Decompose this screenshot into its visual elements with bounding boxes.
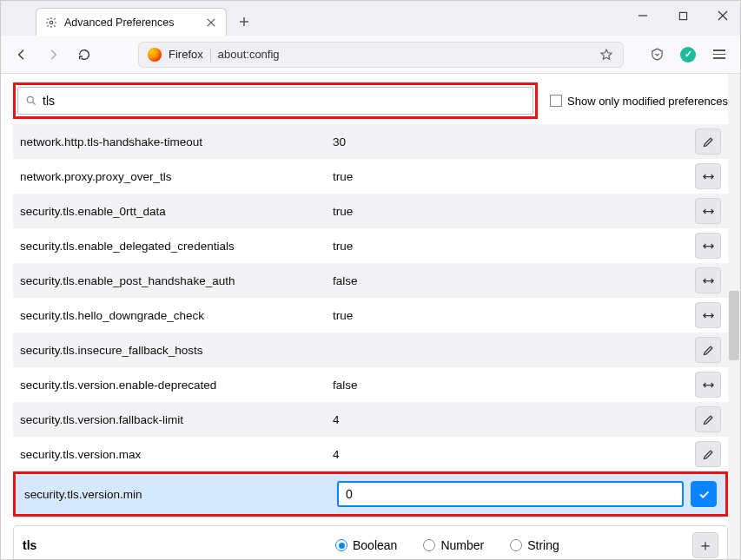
window-maximize[interactable] — [671, 6, 695, 25]
radio-icon — [510, 539, 522, 551]
pref-edit-button[interactable] — [695, 406, 721, 432]
pref-row: security.tls.version.fallback-limit4 — [13, 402, 728, 437]
svg-rect-1 — [679, 12, 686, 19]
nav-toolbar: Firefox about:config ✓ — [1, 36, 740, 74]
forward-button[interactable] — [41, 43, 65, 67]
pref-name: security.tls.enable_delegated_credential… — [20, 240, 333, 253]
show-modified-checkbox[interactable]: Show only modified preferences — [550, 95, 728, 108]
pref-row: security.tls.version.enable-deprecatedfa… — [13, 367, 728, 402]
app-menu-button[interactable] — [707, 43, 731, 67]
pref-edit-button[interactable] — [695, 337, 721, 363]
pref-value: true — [333, 240, 695, 253]
pref-edit-button[interactable] — [695, 441, 721, 467]
radio-icon — [423, 539, 435, 551]
type-radio-number[interactable]: Number — [423, 538, 484, 552]
pref-value: false — [333, 274, 695, 287]
pref-name: security.tls.version.fallback-limit — [20, 413, 333, 426]
radio-icon — [335, 539, 347, 551]
pref-row: security.tls.enable_post_handshake_authf… — [13, 263, 728, 298]
pref-row: security.tls.enable_0rtt_datatrue — [13, 194, 728, 228]
url-separator — [210, 48, 211, 62]
pref-name: security.tls.enable_0rtt_data — [20, 205, 333, 218]
svg-point-2 — [27, 96, 33, 102]
firefox-label: Firefox — [169, 48, 203, 61]
scrollbar-thumb[interactable] — [729, 291, 739, 360]
new-tab-button[interactable] — [232, 10, 256, 34]
pref-name: security.tls.version.max — [20, 448, 333, 461]
aboutconfig-content: Show only modified preferences network.h… — [1, 74, 740, 559]
search-icon — [25, 95, 37, 107]
pref-name: security.tls.insecure_fallback_hosts — [20, 344, 333, 357]
pref-list: network.http.tls-handshake-timeout30netw… — [1, 124, 740, 471]
edit-row-highlight: security.tls.version.min — [13, 471, 728, 517]
type-label-number: Number — [440, 538, 484, 552]
type-label-string: String — [527, 538, 559, 552]
browser-window: Advanced Preferences Firefox abo — [0, 0, 741, 560]
pref-name: security.tls.version.min — [24, 488, 337, 501]
pref-search-input[interactable] — [43, 94, 526, 108]
bookmark-star-icon[interactable] — [599, 47, 614, 63]
pref-name: security.tls.enable_post_handshake_auth — [20, 274, 333, 287]
new-pref-type-group: Boolean Number String — [335, 538, 692, 552]
scrollbar-track[interactable] — [728, 74, 740, 559]
checkbox-icon — [550, 95, 562, 107]
pref-row: network.http.tls-handshake-timeout30 — [13, 124, 728, 159]
type-radio-string[interactable]: String — [510, 538, 559, 552]
url-bar[interactable]: Firefox about:config — [138, 42, 624, 68]
search-highlight — [13, 82, 538, 119]
type-radio-boolean[interactable]: Boolean — [335, 538, 397, 552]
pref-row: security.tls.version.max4 — [13, 437, 728, 471]
new-pref-name: tls — [23, 538, 335, 552]
pref-toggle-button[interactable] — [695, 198, 721, 224]
pref-row: network.proxy.proxy_over_tlstrue — [13, 159, 728, 194]
pref-name: network.http.tls-handshake-timeout — [20, 135, 333, 148]
pref-value: true — [333, 170, 695, 183]
pref-row-editing: security.tls.version.min — [17, 476, 724, 512]
url-text: about:config — [218, 48, 592, 61]
pref-row: security.tls.hello_downgrade_checktrue — [13, 298, 728, 333]
pref-value: 4 — [333, 448, 695, 461]
pref-name: network.proxy.proxy_over_tls — [20, 170, 333, 183]
pref-toggle-button[interactable] — [695, 267, 721, 293]
pref-value: 4 — [333, 413, 695, 426]
pref-name: security.tls.version.enable-deprecated — [20, 379, 333, 392]
svg-point-0 — [50, 21, 53, 24]
new-pref-row: tls Boolean Number String ＋ — [13, 525, 728, 559]
pref-toggle-button[interactable] — [695, 233, 721, 259]
tab-title: Advanced Preferences — [64, 16, 198, 29]
gear-icon — [45, 16, 57, 29]
reload-button[interactable] — [72, 43, 96, 67]
add-pref-button[interactable]: ＋ — [692, 532, 718, 558]
window-close[interactable] — [711, 6, 735, 25]
pref-value: false — [333, 379, 695, 392]
pref-value: true — [333, 309, 695, 322]
window-minimize[interactable] — [631, 6, 655, 25]
pref-toggle-button[interactable] — [695, 163, 721, 189]
type-label-boolean: Boolean — [353, 538, 397, 552]
pref-value: true — [333, 205, 695, 218]
tab-close-icon[interactable] — [205, 16, 217, 29]
window-controls — [631, 6, 735, 25]
pref-value: 30 — [333, 135, 695, 148]
show-modified-label: Show only modified preferences — [567, 95, 728, 108]
titlebar: Advanced Preferences — [1, 1, 740, 36]
hamburger-icon — [713, 49, 725, 59]
green-circle-icon: ✓ — [680, 47, 696, 63]
pocket-icon[interactable] — [645, 43, 669, 67]
pref-row: security.tls.enable_delegated_credential… — [13, 228, 728, 263]
pref-row: security.tls.insecure_fallback_hosts — [13, 333, 728, 367]
pref-edit-button[interactable] — [695, 128, 721, 155]
extension-icon[interactable]: ✓ — [676, 43, 700, 67]
back-button[interactable] — [10, 43, 34, 67]
pref-search-box[interactable] — [17, 87, 533, 115]
pref-name: security.tls.hello_downgrade_check — [20, 309, 333, 322]
pref-edit-input[interactable] — [337, 481, 684, 507]
pref-save-button[interactable] — [691, 481, 717, 507]
pref-toggle-button[interactable] — [695, 302, 721, 328]
pref-toggle-button[interactable] — [695, 372, 721, 398]
browser-tab[interactable]: Advanced Preferences — [36, 8, 227, 36]
firefox-icon — [148, 48, 162, 62]
